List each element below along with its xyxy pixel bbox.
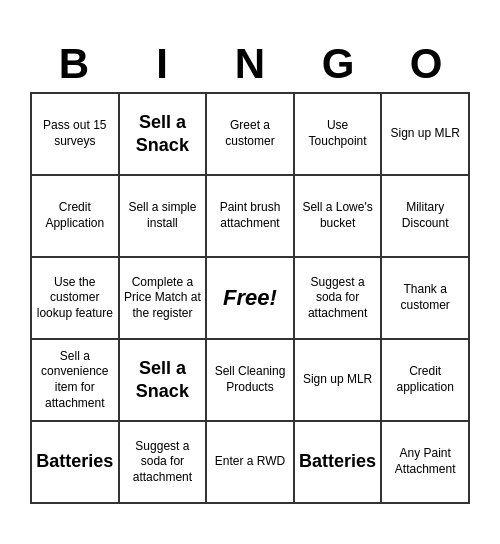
bingo-cell: Complete a Price Match at the register [120,258,208,340]
letter-n: N [209,40,291,88]
bingo-cell: Batteries [295,422,383,504]
bingo-cell: Sell a Lowe's bucket [295,176,383,258]
bingo-cell: Greet a customer [207,94,295,176]
bingo-cell: Sell a simple install [120,176,208,258]
bingo-grid: Pass out 15 surveysSell a SnackGreet a c… [30,92,470,504]
bingo-cell: Pass out 15 surveys [32,94,120,176]
bingo-cell: Enter a RWD [207,422,295,504]
bingo-cell: Sign up MLR [295,340,383,422]
bingo-cell: Sell a Snack [120,340,208,422]
bingo-cell: Military Discount [382,176,470,258]
bingo-card: B I N G O Pass out 15 surveysSell a Snac… [20,30,480,514]
bingo-cell: Credit application [382,340,470,422]
bingo-cell: Use Touchpoint [295,94,383,176]
bingo-cell: Batteries [32,422,120,504]
bingo-cell: Credit Application [32,176,120,258]
letter-g: G [297,40,379,88]
bingo-cell: Free! [207,258,295,340]
bingo-cell: Any Paint Attachment [382,422,470,504]
bingo-cell: Thank a customer [382,258,470,340]
bingo-cell: Use the customer lookup feature [32,258,120,340]
bingo-header: B I N G O [30,40,470,88]
letter-b: B [33,40,115,88]
bingo-cell: Sell Cleaning Products [207,340,295,422]
bingo-cell: Suggest a soda for attachment [295,258,383,340]
bingo-cell: Suggest a soda for attachment [120,422,208,504]
letter-i: I [121,40,203,88]
bingo-cell: Sell a Snack [120,94,208,176]
bingo-cell: Sign up MLR [382,94,470,176]
bingo-cell: Paint brush attachment [207,176,295,258]
bingo-cell: Sell a convenience item for attachment [32,340,120,422]
letter-o: O [385,40,467,88]
